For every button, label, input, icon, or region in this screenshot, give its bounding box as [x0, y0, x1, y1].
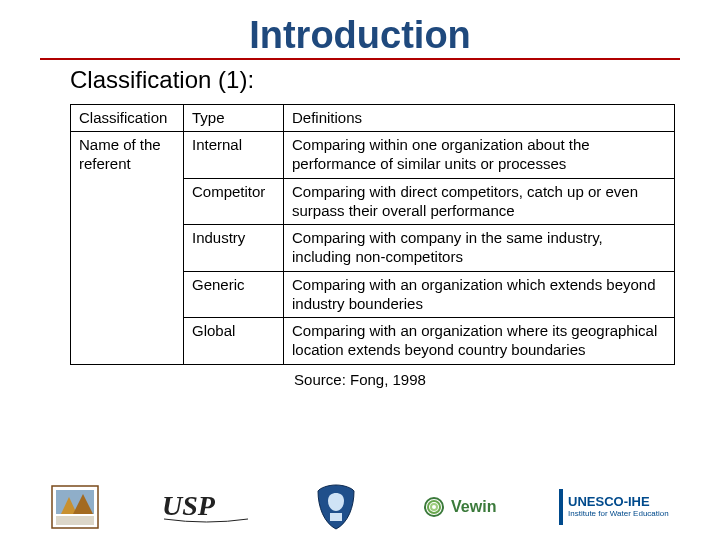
definition-cell: Comparing within one organization about … [284, 132, 675, 179]
usp-logo-icon: USP [162, 489, 252, 525]
definition-cell: Comparing with an organization where its… [284, 318, 675, 365]
definition-cell: Comparing with direct competitors, catch… [284, 178, 675, 225]
shield-logo-icon [314, 483, 358, 531]
definition-cell: Comparing with company in the same indus… [284, 225, 675, 272]
header-definitions: Definitions [284, 104, 675, 132]
svg-rect-2 [56, 516, 94, 525]
footer-logos: USP Vewin UNESCO-IHE Institute fo [0, 482, 720, 532]
type-cell: Industry [184, 225, 284, 272]
type-cell: Competitor [184, 178, 284, 225]
table-row: Name of the referent Internal Comparing … [71, 132, 675, 179]
unesco-ihe-logo: UNESCO-IHE Institute for Water Education [559, 489, 669, 525]
source-line: Source: Fong, 1998 [40, 371, 680, 388]
unesco-line1: UNESCO-IHE [568, 495, 669, 509]
group-label-cell: Name of the referent [71, 132, 184, 365]
definition-cell: Comparing with an organization which ext… [284, 271, 675, 318]
vewin-swirl-icon [421, 494, 447, 520]
header-classification: Classification [71, 104, 184, 132]
slide-subtitle: Classification (1): [70, 66, 680, 94]
unesco-text-block: UNESCO-IHE Institute for Water Education [568, 495, 669, 518]
slide: Introduction Classification (1): Classif… [0, 0, 720, 540]
usp-text: USP [162, 490, 216, 521]
vewin-logo: Vewin [421, 494, 496, 520]
affiliate-logo-icon [51, 485, 99, 529]
unesco-bar-icon [559, 489, 563, 525]
type-cell: Internal [184, 132, 284, 179]
header-type: Type [184, 104, 284, 132]
classification-table: Classification Type Definitions Name of … [70, 104, 675, 365]
slide-title: Introduction [40, 14, 680, 60]
type-cell: Global [184, 318, 284, 365]
table-header-row: Classification Type Definitions [71, 104, 675, 132]
svg-rect-3 [330, 513, 342, 521]
unesco-line2: Institute for Water Education [568, 509, 669, 518]
vewin-text: Vewin [451, 498, 496, 516]
type-cell: Generic [184, 271, 284, 318]
